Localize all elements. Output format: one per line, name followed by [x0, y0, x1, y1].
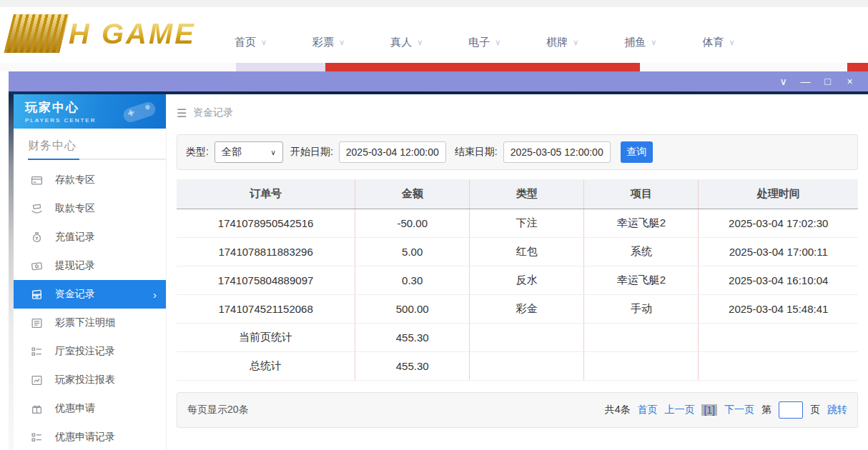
sidebar-item-funds-record[interactable]: 资金记录 ›	[14, 280, 166, 309]
nav-item-home[interactable]: 首页 ∨	[235, 36, 267, 49]
cell-amount: 455.30	[355, 323, 470, 351]
chevron-right-icon: ›	[153, 289, 157, 301]
cell-project	[584, 323, 699, 351]
select-arrow-icon: ∨	[271, 149, 276, 156]
sidebar-item-deposit-zone[interactable]: 存款专区	[14, 166, 166, 194]
sidebar-item-label: 存款专区	[55, 174, 95, 186]
banknote-icon	[31, 260, 43, 272]
sidebar-header: 玩家中心 PLAYERS CENTER	[14, 94, 166, 129]
maximize-icon[interactable]: □	[817, 71, 839, 91]
table-row: 1741078950542516 -50.00 下注 幸运飞艇2 2025-03…	[177, 209, 858, 237]
col-project: 项目	[584, 179, 699, 209]
sidebar-item-withdraw-record[interactable]: 提现记录	[14, 251, 166, 280]
prev-page-link[interactable]: 上一页	[664, 404, 694, 416]
cell-project: 幸运飞艇2	[584, 266, 699, 294]
query-button[interactable]: 查询	[621, 141, 653, 163]
nav-item-chess[interactable]: 棋牌 ∨	[546, 36, 578, 49]
gift-icon	[31, 403, 43, 415]
banner-fragment	[236, 63, 325, 71]
type-label: 类型:	[186, 146, 209, 159]
logo[interactable]: H GAME	[9, 14, 196, 53]
cell-amount: 0.30	[355, 266, 470, 294]
sidebar-item-promo-apply[interactable]: 优惠申请	[14, 394, 166, 423]
sidebar-item-hall-bet-record[interactable]: 厅室投注记录	[14, 337, 166, 366]
logo-text: H GAME	[69, 18, 196, 50]
filter-panel: 类型: 全部 ∨ 开始日期: 结束日期: 查询	[177, 134, 858, 170]
cell-order-id: 1741078811883296	[177, 237, 355, 266]
page-size-text: 每页显示20条	[187, 404, 249, 416]
nav-item-live[interactable]: 真人 ∨	[390, 36, 423, 49]
nav-label: 彩票	[312, 36, 334, 49]
sidebar-item-player-bet-report[interactable]: 玩家投注报表	[14, 366, 166, 394]
main-nav: 首页 ∨ 彩票 ∨ 真人 ∨ 电子 ∨ 棋牌 ∨ 捕鱼 ∨	[235, 14, 734, 70]
sidebar: 玩家中心 PLAYERS CENTER 财务中心 存款专区	[14, 94, 167, 450]
first-page-link[interactable]: 首页	[637, 404, 657, 416]
cell-time: 2025-03-04 15:48:41	[699, 294, 858, 323]
cell-summary-label: 总统计	[177, 351, 355, 380]
end-date-label: 结束日期:	[455, 146, 498, 159]
site-header: H GAME 首页 ∨ 彩票 ∨ 真人 ∨ 电子 ∨ 棋牌 ∨	[0, 7, 868, 63]
banner-fragment	[325, 63, 640, 71]
logo-mark-icon	[4, 14, 69, 53]
nav-item-lottery[interactable]: 彩票 ∨	[312, 36, 345, 49]
cell-order-id: 1741078950542516	[177, 209, 355, 237]
col-amount: 金额	[355, 179, 470, 209]
funds-icon	[31, 289, 43, 301]
nav-label: 捕鱼	[624, 36, 646, 49]
cell-project	[584, 351, 699, 380]
jump-button[interactable]: 跳转	[827, 404, 847, 416]
chevron-down-icon: ∨	[651, 38, 656, 47]
minimize-icon[interactable]: —	[794, 71, 817, 91]
start-date-label: 开始日期:	[290, 146, 333, 159]
nav-label: 体育	[702, 36, 724, 49]
bank-card-icon	[31, 174, 43, 186]
cell-amount: 500.00	[355, 294, 470, 323]
cell-time	[699, 323, 858, 351]
list-squares-icon	[31, 431, 43, 444]
end-date-input[interactable]	[503, 141, 611, 163]
jump-page-input[interactable]	[779, 401, 803, 419]
screen: H GAME 首页 ∨ 彩票 ∨ 真人 ∨ 电子 ∨ 棋牌 ∨	[0, 0, 868, 450]
sidebar-item-lottery-bet-detail[interactable]: 彩票下注明细	[14, 309, 166, 337]
type-select-value: 全部	[222, 146, 242, 159]
sidebar-item-promo-apply-record[interactable]: 优惠申请记录	[14, 423, 166, 450]
total-count-text: 共4条	[605, 404, 631, 416]
page-top-strip	[0, 0, 868, 7]
pagination-bar: 每页显示20条 共4条 首页 上一页 [1] 下一页 第 页 跳转	[177, 392, 858, 428]
table-row-total-summary: 总统计 455.30	[177, 351, 858, 380]
current-page-badge: [1]	[701, 404, 717, 416]
chevron-down-icon: ∨	[495, 38, 500, 47]
start-date-input[interactable]	[339, 141, 446, 163]
chart-report-icon	[31, 374, 43, 386]
hamburger-icon[interactable]: ☰	[177, 106, 187, 120]
document-list-icon	[31, 317, 43, 329]
cell-time	[699, 351, 858, 380]
sidebar-section-title: 财务中心	[28, 139, 152, 154]
type-select[interactable]: 全部 ∨	[214, 141, 283, 163]
funds-table: 订单号 金额 类型 项目 处理时间 1741078950542516 -50.0…	[177, 179, 858, 381]
collapse-icon[interactable]: ∨	[772, 71, 794, 91]
cell-type: 下注	[470, 209, 584, 237]
nav-label: 棋牌	[546, 36, 568, 49]
nav-item-sports[interactable]: 体育 ∨	[702, 36, 734, 49]
sidebar-item-withdraw-zone[interactable]: 取款专区	[14, 194, 166, 223]
cell-order-id: 1741074521152068	[177, 294, 355, 323]
cell-time: 2025-03-04 17:02:30	[699, 209, 858, 237]
nav-item-fishing[interactable]: 捕鱼 ∨	[624, 36, 656, 49]
close-icon[interactable]: ×	[839, 71, 861, 91]
money-bag-icon	[31, 231, 43, 244]
nav-item-slots[interactable]: 电子 ∨	[468, 36, 500, 49]
sidebar-menu: 存款专区 取款专区 充值记录	[14, 166, 166, 450]
table-row-page-summary: 当前页统计 455.30	[177, 323, 858, 351]
cell-type	[470, 323, 584, 351]
pagination-controls: 共4条 首页 上一页 [1] 下一页 第 页 跳转	[605, 401, 847, 419]
next-page-link[interactable]: 下一页	[724, 404, 754, 416]
window-titlebar: ∨ — □ ×	[9, 71, 868, 91]
list-squares-icon	[31, 346, 43, 358]
cell-amount: 5.00	[355, 237, 470, 266]
table-row: 1741075804889097 0.30 反水 幸运飞艇2 2025-03-0…	[177, 266, 858, 294]
chevron-down-icon: ∨	[339, 38, 345, 47]
sidebar-item-label: 玩家投注报表	[55, 374, 115, 386]
sidebar-item-label: 优惠申请记录	[55, 431, 115, 444]
sidebar-item-recharge-record[interactable]: 充值记录	[14, 223, 166, 251]
